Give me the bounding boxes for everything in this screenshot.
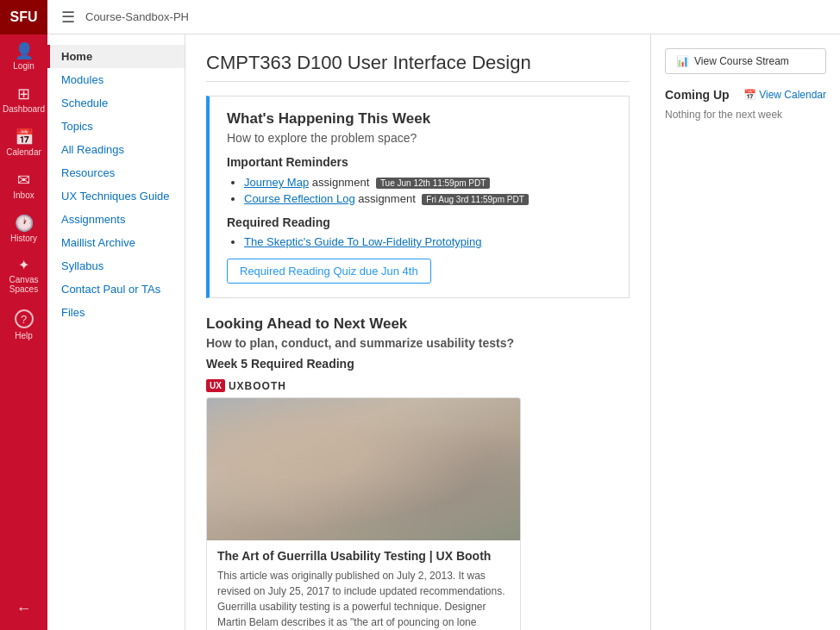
- course-nav-home[interactable]: Home: [47, 45, 185, 68]
- course-stream-icon: 📊: [676, 55, 689, 67]
- article-image: [207, 398, 521, 540]
- nav-calendar-label: Calendar: [6, 147, 41, 157]
- article-title: The Art of Guerrilla Usability Testing |…: [207, 540, 520, 568]
- calendar-small-icon: 📅: [743, 89, 756, 101]
- main-wrapper: ☰ Course-Sandbox-PH Home Modules Schedul…: [47, 0, 840, 630]
- help-icon: ?: [15, 309, 34, 328]
- nav-login-label: Login: [13, 61, 34, 71]
- this-week-subheading: How to explore the problem space?: [227, 131, 611, 145]
- nav-dashboard-label: Dashboard: [3, 104, 45, 114]
- week5-required-reading-title: Week 5 Required Reading: [206, 357, 630, 371]
- nav-canvas-spaces-label: Canvas Spaces: [0, 275, 47, 294]
- right-panel: 📊 View Course Stream Coming Up 📅 View Ca…: [650, 34, 840, 630]
- course-nav-ux-techniques-guide[interactable]: UX Techniques Guide: [47, 184, 185, 208]
- article-embed: The Art of Guerrilla Usability Testing |…: [206, 397, 521, 630]
- skeptics-guide-link[interactable]: The Skeptic's Guide To Low-Fidelity Prot…: [244, 235, 481, 248]
- top-bar: ☰ Course-Sandbox-PH: [47, 0, 840, 34]
- content-row: Home Modules Schedule Topics All Reading…: [47, 34, 840, 630]
- ux-icon: UX: [206, 379, 225, 392]
- nav-history-label: History: [10, 234, 37, 243]
- nav-calendar[interactable]: 📅 Calendar: [0, 121, 47, 164]
- sfu-logo: SFU: [0, 0, 47, 34]
- nav-login[interactable]: 👤 Login: [0, 34, 47, 78]
- breadcrumb: Course-Sandbox-PH: [85, 10, 189, 23]
- reminder-2-text: assignment: [358, 192, 418, 205]
- nav-canvas-spaces[interactable]: ✦ Canvas Spaces: [0, 250, 47, 301]
- required-reading-heading: Required Reading: [227, 215, 611, 229]
- nav-inbox-label: Inbox: [13, 190, 34, 200]
- nav-dashboard[interactable]: ⊞ Dashboard: [0, 78, 47, 121]
- uxbooth-label: UXBOOTH: [229, 380, 286, 392]
- course-nav-contact[interactable]: Contact Paul or TAs: [47, 278, 185, 301]
- reminder-1-badge: Tue Jun 12th 11:59pm PDT: [376, 178, 490, 189]
- view-course-stream-label: View Course Stream: [694, 55, 789, 67]
- next-week-section: Looking Ahead to Next Week How to plan, …: [206, 315, 630, 630]
- hamburger-icon[interactable]: ☰: [61, 8, 75, 27]
- quiz-button[interactable]: Required Reading Quiz due Jun 4th: [227, 259, 431, 284]
- view-calendar-link[interactable]: 📅 View Calendar: [743, 89, 826, 101]
- next-week-subheading: How to plan, conduct, and summarize usab…: [206, 336, 630, 350]
- course-nav-all-readings[interactable]: All Readings: [47, 138, 185, 161]
- coming-up-title: Coming Up: [665, 88, 730, 102]
- reminders-heading: Important Reminders: [227, 155, 611, 169]
- course-reflection-link[interactable]: Course Reflection Log: [244, 192, 355, 205]
- required-reading-item-1: The Skeptic's Guide To Low-Fidelity Prot…: [244, 234, 611, 248]
- course-nav-maillist-archive[interactable]: Maillist Archive: [47, 231, 185, 254]
- course-nav-schedule[interactable]: Schedule: [47, 91, 185, 115]
- next-week-heading: Looking Ahead to Next Week: [206, 315, 630, 333]
- this-week-box: What's Happening This Week How to explor…: [206, 96, 630, 298]
- reminder-2-badge: Fri Aug 3rd 11:59pm PDT: [422, 194, 528, 205]
- nav-help[interactable]: ? Help: [0, 301, 47, 347]
- course-nav-syllabus[interactable]: Syllabus: [47, 254, 185, 278]
- reminder-1-text: assignment: [312, 176, 373, 189]
- nothing-text: Nothing for the next week: [665, 109, 826, 121]
- course-nav-assignments[interactable]: Assignments: [47, 208, 185, 231]
- nav-back[interactable]: ←: [0, 592, 47, 623]
- reminders-list: Journey Map assignment Tue Jun 12th 11:5…: [227, 176, 611, 205]
- nav-help-label: Help: [15, 331, 33, 340]
- this-week-heading: What's Happening This Week: [227, 110, 611, 128]
- nav-inbox[interactable]: ✉ Inbox: [0, 164, 47, 207]
- history-icon: 🕐: [15, 215, 34, 231]
- login-icon: 👤: [15, 43, 34, 59]
- calendar-icon: 📅: [15, 129, 34, 145]
- required-reading-list: The Skeptic's Guide To Low-Fidelity Prot…: [227, 234, 611, 248]
- nav-history[interactable]: 🕐 History: [0, 207, 47, 250]
- global-nav: SFU 👤 Login ⊞ Dashboard 📅 Calendar ✉ Inb…: [0, 0, 47, 630]
- page-content: CMPT363 D100 User Interface Design What'…: [185, 34, 650, 630]
- dashboard-icon: ⊞: [17, 86, 30, 102]
- article-desc: This article was originally published on…: [207, 568, 520, 630]
- view-course-stream-button[interactable]: 📊 View Course Stream: [665, 48, 826, 74]
- course-nav-files[interactable]: Files: [47, 301, 185, 324]
- reminder-item-2: Course Reflection Log assignment Fri Aug…: [244, 192, 611, 205]
- reminder-item-1: Journey Map assignment Tue Jun 12th 11:5…: [244, 176, 611, 189]
- course-nav-topics[interactable]: Topics: [47, 115, 185, 138]
- article-image-inner: [207, 398, 521, 540]
- course-nav: Home Modules Schedule Topics All Reading…: [47, 34, 185, 630]
- view-calendar-label: View Calendar: [759, 89, 826, 101]
- back-icon: ←: [16, 601, 32, 616]
- uxbooth-badge: UX UXBOOTH: [206, 379, 630, 392]
- journey-map-link[interactable]: Journey Map: [244, 176, 309, 189]
- course-nav-resources[interactable]: Resources: [47, 161, 185, 184]
- inbox-icon: ✉: [17, 172, 30, 188]
- coming-up-header: Coming Up 📅 View Calendar: [665, 88, 826, 102]
- canvas-spaces-icon: ✦: [18, 259, 29, 272]
- page-title: CMPT363 D100 User Interface Design: [206, 52, 630, 82]
- course-nav-modules[interactable]: Modules: [47, 68, 185, 91]
